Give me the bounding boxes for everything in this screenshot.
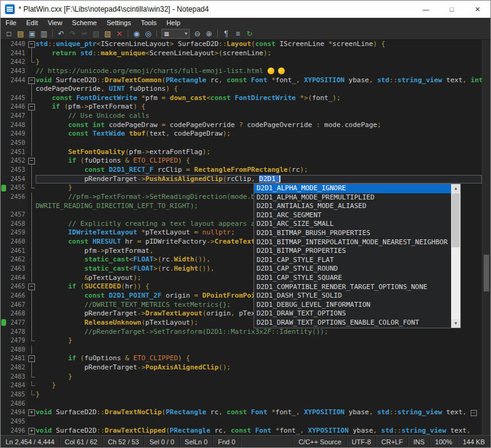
show-all-chars-toggle-button[interactable]: ≡ [232, 28, 244, 39]
fold-minus-marker[interactable] [28, 76, 36, 85]
bookmark-marker[interactable] [1, 183, 7, 193]
line-number[interactable]: 2496 [7, 427, 28, 435]
bookmark-marker[interactable] [1, 319, 7, 328]
line-number[interactable]: 2454 [7, 175, 28, 184]
line-number[interactable]: 2483 [7, 373, 28, 382]
code-row[interactable]: 2479 } [1, 336, 482, 346]
code-row[interactable]: 2450 [1, 139, 482, 148]
code-line[interactable]: const FontDirectWrite *pfm = down_cast<c… [36, 94, 482, 103]
code-line[interactable]: pRenderTarget->PushAxisAlignedClip(rcCli… [36, 175, 482, 184]
menu-settings[interactable]: Settings [102, 18, 136, 28]
autocomplete-item[interactable]: D2D1_BITMAP_INTERPOLATION_MODE_NEAREST_N… [254, 238, 451, 247]
replace-button[interactable]: ◎ [142, 28, 154, 39]
line-number[interactable]: 2444 [7, 76, 28, 85]
code-line[interactable]: // Use Unicode calls [36, 112, 482, 121]
line-number[interactable]: 2448 [7, 121, 28, 130]
autocomplete-item[interactable]: D2D1_ARC_SIZE_SMALL [254, 220, 451, 229]
status-segment[interactable]: Fnd 0 [213, 436, 241, 447]
code-line[interactable]: // https://unicode.org/emoji/charts/full… [36, 67, 482, 76]
code-line[interactable]: codePageOverride, UINT fuOptions) { [36, 85, 482, 94]
menu-tools[interactable]: Tools [136, 18, 161, 28]
code-row[interactable]: 2483 } [1, 373, 482, 382]
code-row[interactable]: 2441 return std::make_unique<ScreenLineL… [1, 49, 482, 58]
line-number[interactable]: 2479 [7, 336, 28, 346]
code-row[interactable]: codePageOverride, UINT fuOptions) { [1, 85, 482, 94]
code-line[interactable] [36, 139, 482, 148]
menu-view[interactable]: View [43, 18, 68, 28]
code-row[interactable]: 2449 const TextWide tbuf(text, codePageD… [1, 129, 482, 139]
code-line[interactable]: } [36, 373, 482, 382]
status-segment[interactable]: CR+LF [376, 436, 408, 447]
code-row[interactable]: 2496void SurfaceD2D::DrawTextClipped(PRe… [1, 427, 482, 435]
fold-minus-marker[interactable] [28, 282, 36, 292]
menu-help[interactable]: Help [161, 18, 185, 28]
code-line[interactable]: //pRenderTarget->SetTransform(D2D1::Matr… [36, 328, 482, 337]
code-row[interactable]: 2443// https://unicode.org/emoji/charts/… [1, 67, 482, 76]
line-number[interactable]: 2495 [7, 417, 28, 427]
paste-button[interactable]: ▨ [102, 28, 114, 39]
line-number[interactable]: 2447 [7, 112, 28, 121]
line-number[interactable]: 2467 [7, 301, 28, 310]
line-number[interactable]: 2484 [7, 381, 28, 390]
status-segment[interactable]: SelLn 0 [180, 436, 213, 447]
editor[interactable]: 2440std::unique_ptr<IScreenLineLayout> S… [1, 40, 490, 435]
code-row[interactable]: 2495 [1, 417, 482, 427]
code-line[interactable]: if (fuOptions & ETO_CLIPPED) { [36, 156, 482, 166]
line-number[interactable]: 2464 [7, 274, 28, 283]
code-line[interactable] [36, 346, 482, 355]
autocomplete-item[interactable]: D2D1_ALPHA_MODE_IGNORE [254, 184, 451, 193]
autocomplete-item[interactable]: D2D1_BITMAP_PROPERTIES [254, 247, 451, 256]
status-segment[interactable]: Sel 0 / 0 [144, 436, 179, 447]
code-row[interactable]: 2486 [1, 400, 482, 409]
line-number[interactable]: 2443 [7, 67, 28, 76]
status-segment[interactable]: C/C++ Source [293, 436, 347, 447]
autocomplete-item[interactable]: D2D1_DASH_STYLE_SOLID [254, 292, 451, 301]
line-number[interactable]: 2452 [7, 156, 28, 166]
undo-button[interactable]: ↶ [55, 28, 67, 39]
code-row[interactable]: 2484 } [1, 381, 482, 390]
line-number[interactable]: 2442 [7, 58, 28, 67]
browse-files-button[interactable]: ▥ [38, 28, 50, 39]
code-line[interactable]: } [36, 390, 482, 400]
line-number[interactable]: 2465 [7, 282, 28, 292]
code-row[interactable]: 2442} [1, 58, 482, 67]
maximize-button[interactable]: □ [439, 1, 465, 18]
save-file-button[interactable]: ▣ [26, 28, 38, 39]
autocomplete-item[interactable]: D2D1_CAP_STYLE_SQUARE [254, 274, 451, 283]
autocomplete-item[interactable]: D2D1_CAP_STYLE_ROUND [254, 265, 451, 274]
line-number[interactable]: 2460 [7, 238, 28, 247]
line-number[interactable]: 2455 [7, 183, 28, 193]
code-row[interactable]: 2453 const D2D1_RECT_F rcClip = Rectangl… [1, 166, 482, 175]
code-row[interactable]: 2447 // Use Unicode calls [1, 112, 482, 121]
line-number[interactable]: 2461 [7, 247, 28, 256]
line-number[interactable]: 2463 [7, 265, 28, 274]
delete-button[interactable]: ✕ [114, 28, 125, 39]
line-number[interactable]: 2457 [7, 210, 28, 220]
line-number[interactable]: 2441 [7, 49, 28, 58]
fold-minus-marker[interactable] [28, 102, 36, 112]
autocomplete-item[interactable]: D2D1_CAP_STYLE_FLAT [254, 256, 451, 265]
autocomplete-scrollbar[interactable]: ▲ ▼ [451, 184, 460, 328]
code-line[interactable]: return std::make_unique<ScreenLineLayout… [36, 49, 482, 58]
line-number[interactable]: 2485 [7, 390, 28, 400]
code-row[interactable]: 2448 const int codePageDraw = codePageOv… [1, 121, 482, 130]
zoom-out-button[interactable]: ⊖ [191, 28, 203, 39]
code-row[interactable]: 2451 SetFontQuality(pfm->extraFontFlag); [1, 148, 482, 157]
code-row[interactable]: 2485} [1, 390, 482, 400]
code-line[interactable]: SetFontQuality(pfm->extraFontFlag); [36, 148, 482, 157]
fold-plus-marker[interactable] [28, 427, 36, 435]
code-line[interactable]: const TextWide tbuf(text, codePageDraw); [36, 129, 482, 139]
code-line[interactable]: if (pfm->pTextFormat) { [36, 102, 482, 112]
line-number[interactable]: 2466 [7, 292, 28, 301]
code-line[interactable]: if (fuOptions & ETO_CLIPPED) { [36, 354, 482, 363]
autocomplete-item[interactable]: D2D1_COMPATIBLE_RENDER_TARGET_OPTIONS_NO… [254, 283, 451, 292]
line-number[interactable]: 2446 [7, 102, 28, 112]
encoding-dropdown[interactable]: ▦▾ [161, 29, 190, 39]
code-row[interactable]: 2482 pRenderTarget->PopAxisAlignedClip()… [1, 363, 482, 373]
code-line[interactable]: } [36, 336, 482, 346]
code-line[interactable]: void SurfaceD2D::DrawTextNoClip(PRectang… [36, 408, 482, 417]
code-line[interactable] [36, 400, 482, 409]
find-button[interactable]: ◉ [131, 28, 142, 39]
line-number[interactable]: 2480 [7, 346, 28, 355]
editor-scrollbar-thumb[interactable] [484, 255, 489, 292]
